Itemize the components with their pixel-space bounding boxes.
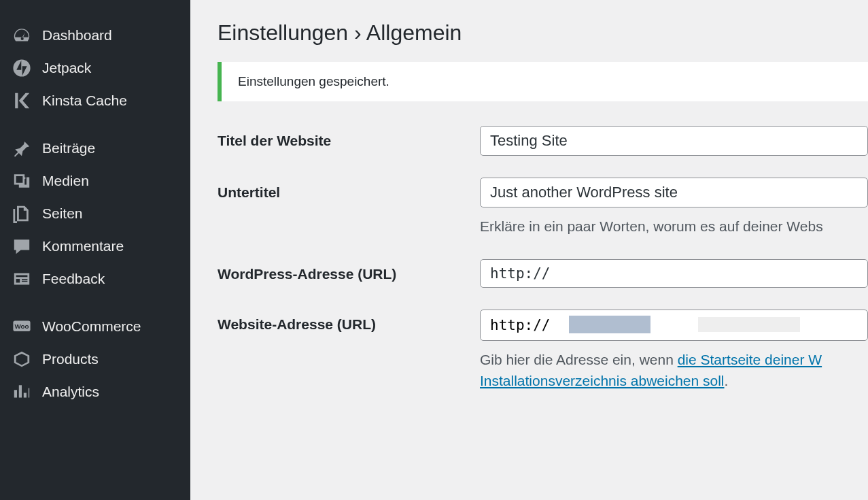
comments-icon [12, 237, 31, 256]
admin-sidebar: Dashboard Jetpack Kinsta Cache Beiträge … [0, 0, 190, 500]
tagline-label: Untertitel [218, 178, 480, 237]
main-content: Einstellungen › Allgemein Einstellungen … [190, 0, 868, 500]
sidebar-item-pages[interactable]: Seiten [0, 197, 190, 230]
sidebar-item-woocommerce[interactable]: Woo WooCommerce [0, 310, 190, 343]
site-url-input[interactable]: http:// [480, 310, 868, 341]
analytics-icon [12, 382, 31, 401]
sidebar-item-comments[interactable]: Kommentare [0, 230, 190, 263]
jetpack-icon [12, 59, 31, 78]
sidebar-item-jetpack[interactable]: Jetpack [0, 52, 190, 84]
sidebar-item-analytics[interactable]: Analytics [0, 376, 190, 408]
site-url-label: Website-Adresse (URL) [218, 310, 480, 392]
products-icon [12, 350, 31, 369]
sidebar-item-products[interactable]: Products [0, 343, 190, 376]
sidebar-item-label: Feedback [42, 271, 105, 287]
tagline-input[interactable] [480, 178, 868, 207]
redacted-segment [698, 317, 800, 332]
sidebar-item-kinsta[interactable]: Kinsta Cache [0, 84, 190, 117]
site-title-label: Titel der Website [218, 126, 480, 156]
redacted-segment [569, 316, 650, 333]
form-row-wp-url: WordPress-Adresse (URL) [218, 259, 868, 288]
sidebar-item-label: Kommentare [42, 238, 124, 254]
site-url-description: Gib hier die Adresse ein, wenn die Start… [480, 349, 868, 392]
sidebar-separator [0, 117, 190, 132]
kinsta-icon [12, 91, 31, 110]
form-row-tagline: Untertitel Erkläre in ein paar Worten, w… [218, 178, 868, 237]
sidebar-item-label: WooCommerce [42, 318, 141, 335]
sidebar-item-label: Dashboard [42, 27, 112, 44]
sidebar-item-label: Seiten [42, 205, 83, 222]
sidebar-item-feedback[interactable]: Feedback [0, 263, 190, 295]
sidebar-item-media[interactable]: Medien [0, 165, 190, 197]
sidebar-item-label: Beiträge [42, 140, 95, 156]
pin-icon [12, 139, 31, 158]
site-url-help-link[interactable]: die Startseite deiner W [678, 352, 822, 367]
dashboard-icon [12, 26, 31, 45]
sidebar-item-label: Jetpack [42, 60, 91, 76]
wp-url-input[interactable] [480, 259, 868, 288]
sidebar-item-label: Medien [42, 173, 89, 189]
pages-icon [12, 204, 31, 223]
wp-url-label: WordPress-Adresse (URL) [218, 259, 480, 288]
form-row-site-title: Titel der Website [218, 126, 868, 156]
site-url-value: http:// [490, 317, 551, 333]
sidebar-item-dashboard[interactable]: Dashboard [0, 19, 190, 52]
settings-saved-notice: Einstellungen gespeichert. [218, 62, 868, 101]
site-title-input[interactable] [480, 126, 868, 156]
desc-prefix: Gib hier die Adresse ein, wenn [480, 352, 678, 367]
svg-point-0 [13, 59, 30, 76]
notice-text: Einstellungen gespeichert. [238, 74, 389, 88]
sidebar-item-label: Products [42, 351, 99, 367]
tagline-description: Erkläre in ein paar Worten, worum es auf… [480, 216, 868, 237]
site-url-help-link2[interactable]: Installationsverzeichnis abweichen soll [480, 373, 725, 388]
form-row-site-url: Website-Adresse (URL) http:// Gib hier d… [218, 310, 868, 392]
media-icon [12, 171, 31, 190]
sidebar-separator [0, 295, 190, 310]
svg-text:Woo: Woo [14, 322, 29, 330]
sidebar-item-label: Kinsta Cache [42, 93, 127, 109]
sidebar-item-posts[interactable]: Beiträge [0, 132, 190, 165]
desc-suffix: . [725, 373, 729, 388]
page-title: Einstellungen › Allgemein [218, 20, 868, 46]
feedback-icon [12, 269, 31, 288]
sidebar-item-label: Analytics [42, 384, 99, 400]
woo-icon: Woo [12, 317, 31, 336]
